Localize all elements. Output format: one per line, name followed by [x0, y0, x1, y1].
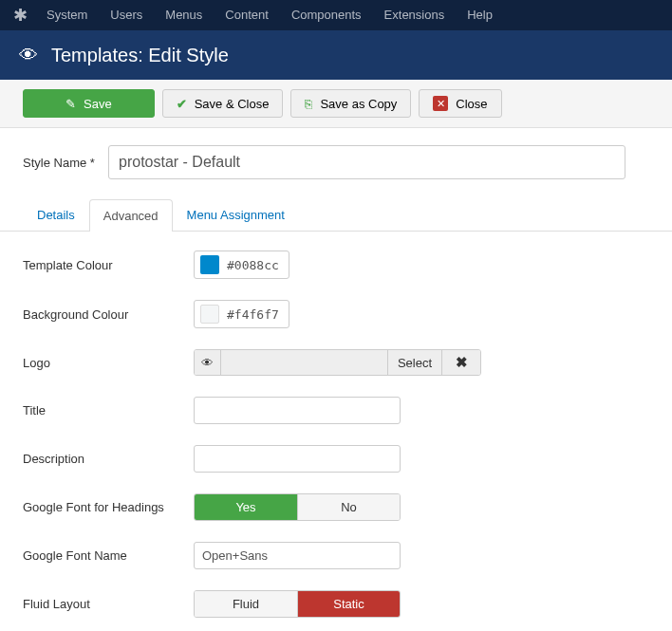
- nav-components[interactable]: Components: [280, 0, 373, 30]
- close-label: Close: [456, 97, 487, 111]
- logo-select-button[interactable]: Select: [387, 350, 442, 375]
- field-gfont-headings: Google Font for Headings Yes No: [23, 493, 649, 521]
- top-nav: ✱ System Users Menus Content Components …: [0, 0, 672, 30]
- logo-path-input[interactable]: [221, 350, 387, 375]
- colour-swatch-icon: [200, 305, 219, 324]
- style-name-row: Style Name *: [23, 145, 649, 179]
- form: Style Name * Details Advanced Menu Assig…: [0, 128, 672, 631]
- style-name-label: Style Name *: [23, 156, 108, 170]
- gfont-no-option[interactable]: No: [297, 494, 400, 520]
- description-label: Description: [23, 452, 194, 466]
- field-background-colour: Background Colour #f4f6f7: [23, 300, 649, 328]
- nav-users[interactable]: Users: [99, 0, 154, 30]
- style-name-input[interactable]: [108, 145, 625, 179]
- tab-advanced[interactable]: Advanced: [89, 199, 173, 232]
- nav-system[interactable]: System: [35, 0, 99, 30]
- save-label: Save: [84, 97, 112, 111]
- title-input[interactable]: [194, 397, 401, 424]
- tab-details[interactable]: Details: [23, 198, 89, 231]
- field-description: Description: [23, 445, 649, 473]
- nav-extensions[interactable]: Extensions: [373, 0, 457, 30]
- field-fluid-layout: Fluid Layout Fluid Static: [23, 590, 649, 618]
- field-template-colour: Template Colour #0088cc: [23, 251, 649, 279]
- x-icon: ✖: [456, 354, 468, 371]
- save-button[interactable]: ✎ Save: [23, 89, 155, 118]
- logo-media-group: 👁 Select ✖: [194, 349, 481, 376]
- nav-help[interactable]: Help: [456, 0, 504, 30]
- fluid-option[interactable]: Fluid: [195, 591, 297, 617]
- gfont-yes-option[interactable]: Yes: [195, 494, 297, 520]
- save-copy-label: Save as Copy: [320, 97, 397, 111]
- check-icon: ✔: [177, 97, 187, 111]
- eye-icon[interactable]: 👁: [195, 350, 221, 375]
- eye-icon: 👁: [19, 45, 38, 66]
- logo-clear-button[interactable]: ✖: [442, 350, 480, 375]
- field-gfont-name: Google Font Name: [23, 542, 649, 569]
- fluid-layout-label: Fluid Layout: [23, 597, 194, 611]
- page-header: 👁 Templates: Edit Style: [0, 30, 672, 80]
- close-button[interactable]: ✕ Close: [419, 89, 501, 118]
- tabs: Details Advanced Menu Assignment: [0, 198, 672, 232]
- page-title: Templates: Edit Style: [51, 45, 229, 66]
- logo-label: Logo: [23, 356, 194, 370]
- tab-menu-assignment[interactable]: Menu Assignment: [173, 198, 299, 231]
- nav-content[interactable]: Content: [214, 0, 280, 30]
- colour-swatch-icon: [200, 255, 219, 274]
- gfont-name-label: Google Font Name: [23, 548, 194, 563]
- description-input[interactable]: [194, 445, 401, 473]
- field-title: Title: [23, 397, 649, 424]
- background-colour-picker[interactable]: #f4f6f7: [194, 300, 289, 328]
- toolbar: ✎ Save ✔ Save & Close ⎘ Save as Copy ✕ C…: [0, 80, 672, 128]
- save-close-label: Save & Close: [195, 97, 270, 111]
- save-copy-button[interactable]: ⎘ Save as Copy: [290, 89, 411, 118]
- gfont-name-input[interactable]: [194, 542, 401, 569]
- close-icon: ✕: [433, 96, 448, 111]
- title-label: Title: [23, 403, 194, 418]
- template-colour-picker[interactable]: #0088cc: [194, 251, 289, 279]
- save-close-button[interactable]: ✔ Save & Close: [162, 89, 284, 118]
- nav-menus[interactable]: Menus: [154, 0, 214, 30]
- field-logo: Logo 👁 Select ✖: [23, 349, 649, 376]
- template-colour-value: #0088cc: [227, 258, 279, 272]
- background-colour-label: Background Colour: [23, 307, 194, 322]
- copy-icon: ⎘: [305, 97, 312, 111]
- pencil-icon: ✎: [65, 97, 76, 111]
- static-option[interactable]: Static: [297, 591, 400, 617]
- background-colour-value: #f4f6f7: [227, 307, 279, 322]
- gfont-headings-label: Google Font for Headings: [23, 500, 194, 514]
- fluid-layout-toggle: Fluid Static: [194, 590, 401, 618]
- gfont-headings-toggle: Yes No: [194, 493, 401, 521]
- joomla-logo-icon[interactable]: ✱: [9, 5, 35, 26]
- template-colour-label: Template Colour: [23, 258, 194, 272]
